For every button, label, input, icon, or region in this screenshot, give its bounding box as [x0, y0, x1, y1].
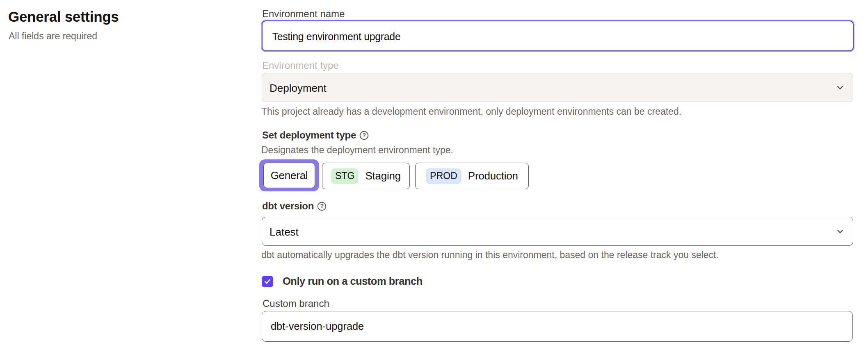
svg-text:?: ?: [362, 132, 366, 138]
svg-text:?: ?: [320, 203, 324, 209]
